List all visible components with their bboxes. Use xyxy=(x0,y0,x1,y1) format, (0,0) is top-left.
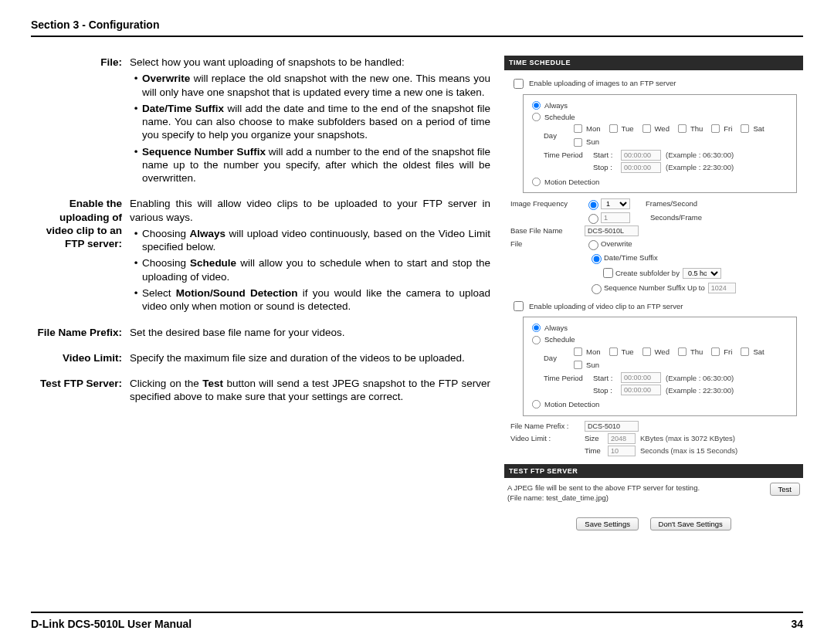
images-motion-radio[interactable] xyxy=(532,178,541,186)
day-checkbox-mon[interactable] xyxy=(574,124,582,133)
prefix-text: Set the desired base file name for your … xyxy=(130,327,344,338)
fps-select[interactable]: 1 xyxy=(601,198,630,209)
spf-input[interactable] xyxy=(601,212,630,223)
time-schedule-header: TIME SCHEDULE xyxy=(504,56,803,70)
video-timeperiod-label: Time Period xyxy=(544,373,593,383)
overwrite-desc: will replace the old snapshot with the n… xyxy=(142,73,490,97)
images-always-radio[interactable] xyxy=(532,101,541,110)
day-option-fri[interactable]: Fri xyxy=(710,347,732,357)
images-start-input[interactable] xyxy=(621,150,661,161)
day-option-sun[interactable]: Sun xyxy=(573,137,599,147)
settings-panel: TIME SCHEDULE Enable uploading of images… xyxy=(504,56,803,530)
test-ftp-desc1: A JPEG file will be sent to the above FT… xyxy=(507,483,700,493)
day-option-fri[interactable]: Fri xyxy=(710,124,732,134)
day-checkbox-thu[interactable] xyxy=(678,347,687,356)
spf-radio[interactable] xyxy=(588,214,598,224)
video-stop-label: Stop : xyxy=(593,385,621,395)
file-sequence-label: Sequence Number Suffix Up to xyxy=(604,283,705,293)
day-checkbox-mon[interactable] xyxy=(574,347,582,356)
file-name-prefix-input[interactable] xyxy=(585,421,639,432)
video-start-example: (Example : 06:30:00) xyxy=(666,373,734,383)
day-checkbox-fri[interactable] xyxy=(711,347,720,356)
dont-save-settings-button[interactable]: Don't Save Settings xyxy=(650,517,731,530)
day-option-tue[interactable]: Tue xyxy=(609,347,634,357)
day-checkbox-sun[interactable] xyxy=(574,138,582,147)
enable-video-checkbox[interactable] xyxy=(514,301,524,311)
day-checkbox-wed[interactable] xyxy=(642,124,651,133)
day-option-sat[interactable]: Sat xyxy=(740,347,764,357)
test-bold: Test xyxy=(202,378,223,389)
file-label: File xyxy=(510,239,585,249)
day-checkbox-sat[interactable] xyxy=(741,347,749,356)
enable-images-label: Enable uploading of images to an FTP ser… xyxy=(529,78,676,88)
day-checkbox-fri[interactable] xyxy=(711,124,720,133)
day-option-wed[interactable]: Wed xyxy=(642,347,670,357)
footer-manual: D-Link DCS-5010L User Manual xyxy=(31,618,192,630)
day-label-sat: Sat xyxy=(753,347,764,357)
create-subfolder-label: Create subfolder by xyxy=(615,268,680,278)
video-always-radio[interactable] xyxy=(532,324,541,332)
images-schedule-radio[interactable] xyxy=(532,113,541,121)
day-checkbox-sat[interactable] xyxy=(741,124,749,133)
images-schedule-box: Always Schedule Day MonTueWedThuFriSatSu… xyxy=(523,94,797,193)
day-option-sat[interactable]: Sat xyxy=(740,124,764,134)
day-label-mon: Mon xyxy=(586,124,600,134)
datetime-term: Date/Time Suffix xyxy=(142,103,224,114)
video-start-input[interactable] xyxy=(621,372,661,383)
images-stop-input[interactable] xyxy=(621,162,661,173)
day-label-thu: Thu xyxy=(690,124,703,134)
day-label-wed: Wed xyxy=(655,347,670,357)
day-checkbox-thu[interactable] xyxy=(678,124,687,133)
day-option-thu[interactable]: Thu xyxy=(677,347,703,357)
video-schedule-radio[interactable] xyxy=(532,335,541,344)
images-always-label: Always xyxy=(544,100,568,110)
enable-b1b: Always xyxy=(190,228,226,239)
fps-radio[interactable] xyxy=(588,200,598,210)
def-label-enable: Enable the uploading of video clip to an… xyxy=(31,197,130,313)
images-stop-label: Stop : xyxy=(593,162,621,172)
file-overwrite-radio[interactable] xyxy=(588,240,598,250)
day-label-sun: Sun xyxy=(586,360,599,370)
video-motion-radio[interactable] xyxy=(532,400,541,408)
sequence-value-input[interactable] xyxy=(708,283,736,293)
file-datetime-radio[interactable] xyxy=(592,254,602,264)
images-start-example: (Example : 06:30:00) xyxy=(666,150,734,160)
day-checkbox-tue[interactable] xyxy=(609,124,618,133)
day-label-wed: Wed xyxy=(655,124,670,134)
file-sequence-radio[interactable] xyxy=(592,284,602,294)
day-label-tue: Tue xyxy=(622,347,634,357)
day-option-tue[interactable]: Tue xyxy=(609,124,634,134)
file-datetime-label: Date/Time Suffix xyxy=(604,253,658,263)
video-time-input[interactable] xyxy=(608,446,636,456)
day-checkbox-tue[interactable] xyxy=(609,347,618,356)
day-option-wed[interactable]: Wed xyxy=(642,124,670,134)
file-overwrite-label: Overwrite xyxy=(601,239,632,249)
overwrite-term: Overwrite xyxy=(142,73,190,84)
day-checkbox-wed[interactable] xyxy=(642,347,651,356)
day-label-thu: Thu xyxy=(690,347,703,357)
test-button[interactable]: Test xyxy=(770,483,800,496)
save-settings-button[interactable]: Save Settings xyxy=(576,517,639,530)
day-option-sun[interactable]: Sun xyxy=(573,360,599,370)
video-stop-input[interactable] xyxy=(621,385,661,395)
images-timeperiod-label: Time Period xyxy=(544,150,593,160)
day-option-mon[interactable]: Mon xyxy=(573,347,600,357)
day-checkbox-sun[interactable] xyxy=(574,361,582,369)
video-time-hint: Seconds (max is 15 Seconds) xyxy=(640,446,737,456)
video-start-label: Start : xyxy=(593,373,621,383)
images-day-label: Day xyxy=(544,130,573,141)
base-file-name-input[interactable] xyxy=(585,225,639,236)
day-option-thu[interactable]: Thu xyxy=(677,124,703,134)
enable-images-checkbox[interactable] xyxy=(514,79,524,89)
create-subfolder-checkbox[interactable] xyxy=(603,268,613,278)
base-file-name-label: Base File Name xyxy=(510,225,585,236)
day-label-sun: Sun xyxy=(586,137,599,147)
subfolder-period-select[interactable]: 0.5 hour xyxy=(683,268,721,279)
file-name-prefix-label: File Name Prefix : xyxy=(510,421,585,431)
enable-b2a: Choosing xyxy=(142,257,190,269)
video-schedule-box: Always Schedule Day MonTueWedThuFriSatSu… xyxy=(523,317,797,415)
day-option-mon[interactable]: Mon xyxy=(573,124,600,134)
video-day-label: Day xyxy=(544,353,573,363)
video-size-input[interactable] xyxy=(608,433,636,444)
enable-b3b: Motion/Sound Detection xyxy=(176,287,298,299)
